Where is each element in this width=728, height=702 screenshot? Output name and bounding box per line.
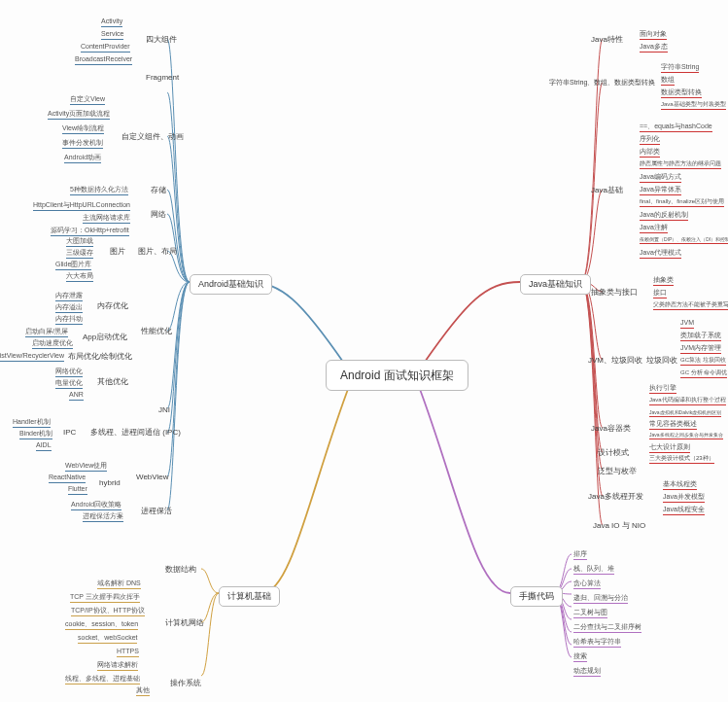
leaf: 数组: [661, 76, 675, 86]
leaf: 执行引擎: [649, 384, 676, 394]
leaf: Java多线程之同步集合与并发集合: [649, 432, 723, 439]
sub-appstart: App启动优化: [83, 333, 127, 342]
group-java-basics: Java基础: [591, 186, 623, 195]
leaf: Java线程安全: [663, 506, 705, 515]
leaf: 线程、多线程、进程基础: [65, 675, 140, 684]
leaf: BroadcastReceiver: [75, 55, 132, 65]
branch-cs[interactable]: 计算机基础: [219, 586, 280, 607]
leaf: 递归、回溯与分治: [573, 594, 628, 604]
leaf: Java并发模型: [663, 493, 705, 503]
branch-java[interactable]: Java基础知识: [520, 274, 591, 295]
leaf: Activity页面加载流程: [48, 110, 110, 120]
group-jvm: JVM、垃圾回收: [588, 356, 642, 366]
leaf: 类加载子系统: [680, 332, 721, 341]
leaf: Java注解: [640, 224, 668, 233]
leaf: JVM内存管理: [680, 344, 721, 354]
leaf: TCP 三次握手四次挥手: [70, 593, 140, 603]
leaf: TCP/IP协议、HTTP协议: [71, 607, 145, 616]
leaf: ANR: [69, 391, 84, 401]
leaf: Android动画: [64, 154, 101, 163]
leaf: 内存抖动: [55, 315, 83, 325]
leaf: JVM: [680, 319, 694, 329]
group-jni: JNI: [158, 405, 170, 415]
leaf: HttpClient与HttpURLConnection: [33, 201, 130, 211]
leaf: 抽象类: [653, 276, 674, 286]
root-node[interactable]: Android 面试知识框架: [326, 360, 468, 391]
group-abstract-interface: 抽象类与接口: [591, 288, 638, 298]
leaf: 字符串String: [661, 63, 699, 73]
leaf: ContentProvider: [81, 43, 130, 53]
leaf: 二叉树与图: [573, 609, 607, 618]
leaf: Java代理模式: [640, 249, 681, 259]
group-process-keep: 进程保活: [141, 507, 172, 516]
leaf: cookie、session、token: [65, 620, 138, 630]
leaf: GC 分析 命令调优: [680, 369, 727, 378]
leaf: 接口: [653, 289, 667, 298]
leaf: 搜索: [573, 652, 587, 662]
leaf: 数据类型转换: [661, 88, 702, 98]
leaf: Java代码编译和执行整个过程: [649, 397, 726, 405]
leaf: 其他: [136, 686, 150, 696]
group-java-features: Java特性: [591, 35, 623, 45]
leaf: 面向对象: [640, 30, 667, 40]
group-ds: 数据结构: [165, 565, 196, 575]
sub-hybrid: hybrid: [99, 478, 121, 488]
leaf: 动态规划: [573, 667, 601, 677]
leaf: 三大类设计模式（23种）: [649, 455, 714, 464]
leaf: Service: [101, 30, 123, 40]
group-network: 网络: [151, 210, 166, 220]
leaf: 启动白屏/黑屏: [25, 328, 68, 337]
group-ipc: 多线程、进程间通信 (IPC): [90, 428, 181, 438]
group-container: Java容器类: [591, 424, 631, 434]
leaf: 源码学习：OkHttp+retrofit: [51, 227, 129, 236]
leaf: Java异常体系: [640, 186, 681, 195]
sub-other-opt: 其他优化: [97, 377, 128, 387]
leaf: 内存泄露: [55, 292, 83, 301]
leaf: Android回收策略: [71, 501, 121, 510]
leaf: Java虚拟机和Dalvik虚拟机的区别: [649, 409, 721, 417]
group-java-io: Java IO 与 NIO: [593, 521, 645, 531]
leaf: Java的反射机制: [640, 211, 688, 221]
leaf: 父类静态方法不能被子类重写: [653, 301, 728, 310]
group-generic: 泛型与枚举: [598, 467, 637, 476]
leaf: 静态属性与静态方法的继承问题: [640, 160, 721, 169]
leaf: 主流网络请求库: [83, 214, 130, 224]
leaf: 网络优化: [55, 368, 83, 377]
group-fragment: Fragment: [146, 73, 179, 83]
leaf: View绘制流程: [62, 124, 104, 134]
leaf: ListView/RecyclerView: [0, 352, 64, 362]
leaf: 序列化: [640, 135, 660, 145]
leaf: 内存溢出: [55, 303, 83, 313]
group-string-types: 字符串String、数组、数据类型转换: [549, 79, 655, 87]
group-storage: 存储: [151, 186, 166, 195]
sub-ipc: IPC: [63, 428, 76, 438]
group-design-pattern: 设计模式: [598, 448, 629, 458]
leaf: socket、webSocket: [78, 634, 137, 644]
leaf: Java基础类型与封装类型: [661, 101, 726, 110]
group-multithread: Java多线程开发: [588, 492, 643, 502]
leaf: 哈希表与字符串: [573, 638, 621, 648]
group-performance: 性能优化: [141, 327, 172, 336]
leaf: 进程保活方案: [83, 512, 123, 522]
group-os: 操作系统: [170, 679, 201, 688]
branch-handwrite[interactable]: 手撕代码: [510, 586, 563, 607]
leaf: 大图加载: [66, 237, 93, 247]
leaf: 事件分发机制: [62, 139, 103, 149]
leaf: 内部类: [640, 148, 660, 158]
leaf: 域名解析 DNS: [97, 579, 141, 589]
leaf: 二分查找与二叉排序树: [573, 623, 641, 633]
leaf: 七大设计原则: [649, 443, 690, 453]
leaf: GC算法 垃圾回收: [680, 357, 726, 366]
leaf: Binder机制: [19, 430, 52, 439]
sub-layout-opt: 布局优化/绘制优化: [68, 352, 132, 362]
leaf: 电量优化: [55, 379, 83, 389]
branch-android[interactable]: Android基础知识: [190, 274, 272, 295]
group-webview: WebView: [136, 473, 169, 482]
sub-gc: 垃圾回收: [646, 356, 677, 366]
group-four-components: 四大组件: [146, 35, 177, 45]
leaf: ReactNative: [49, 474, 86, 483]
leaf: 依赖倒置（DIP）、依赖注入（DI）和控制反转（IOC）: [640, 236, 728, 244]
leaf: HTTPS: [117, 648, 139, 657]
leaf: Activity: [101, 18, 122, 27]
leaf: 栈、队列、堆: [573, 565, 614, 575]
